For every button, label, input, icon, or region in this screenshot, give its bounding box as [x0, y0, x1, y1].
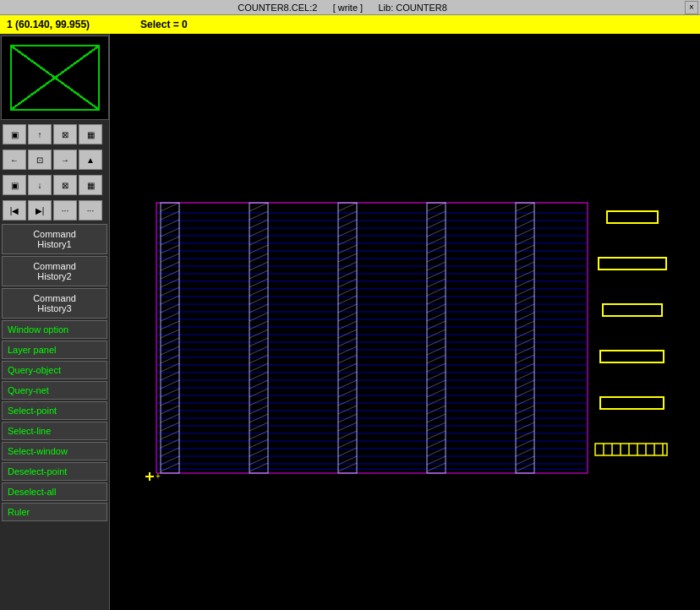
svg-line-87 [249, 346, 268, 355]
menu-select-window[interactable]: Select-window [2, 442, 107, 460]
svg-rect-207 [600, 351, 664, 362]
zoom-btn[interactable]: ▦ [79, 175, 102, 195]
svg-line-111 [338, 270, 357, 279]
svg-line-49 [161, 304, 179, 313]
svg-line-167 [427, 463, 446, 471]
svg-line-81 [249, 296, 268, 304]
cmd-history-1[interactable]: Command History1 [2, 224, 107, 254]
svg-line-66 [161, 448, 179, 456]
center-btn[interactable]: ⊡ [28, 150, 52, 170]
title-bar: COUNTER8.CEL:2 [ write ] Lib: COUNTER8 × [0, 0, 700, 15]
close-button[interactable]: × [685, 1, 698, 14]
svg-line-122 [338, 363, 357, 372]
svg-line-101 [249, 463, 268, 471]
svg-line-54 [161, 346, 179, 355]
menu-select-line[interactable]: Select-line [2, 422, 107, 440]
right-btn[interactable]: → [53, 150, 77, 170]
svg-line-133 [338, 456, 357, 465]
cross2-btn[interactable]: ⊠ [53, 175, 77, 195]
svg-line-162 [427, 422, 446, 431]
svg-line-193 [516, 406, 534, 414]
menu-window-option[interactable]: Window option [2, 320, 107, 339]
svg-line-156 [427, 372, 446, 380]
svg-line-65 [161, 439, 179, 448]
prev-btn[interactable]: |◀ [3, 200, 26, 221]
left-btn[interactable]: ← [3, 150, 26, 170]
svg-line-170 [516, 211, 534, 220]
svg-line-198 [516, 448, 534, 456]
svg-line-149 [427, 313, 446, 321]
svg-line-159 [427, 397, 446, 406]
next-btn[interactable]: ▶| [28, 200, 52, 221]
svg-line-41 [161, 237, 179, 245]
up-tri-btn[interactable]: ▲ [79, 150, 102, 170]
svg-line-127 [338, 406, 357, 414]
cross-btn[interactable]: ⊠ [53, 124, 77, 144]
svg-line-78 [249, 270, 268, 279]
menu-ruler[interactable]: Ruler [2, 503, 107, 521]
svg-line-154 [427, 355, 446, 363]
menu-deselect-all[interactable]: Deselect-all [2, 482, 107, 501]
svg-line-187 [516, 355, 534, 363]
svg-line-97 [249, 431, 268, 439]
svg-line-165 [427, 448, 446, 456]
menu-layer-panel[interactable]: Layer panel [2, 340, 107, 359]
svg-line-56 [161, 363, 179, 372]
cmd-history-3[interactable]: Command History3 [2, 288, 107, 319]
main-canvas[interactable]: + [110, 34, 700, 610]
svg-line-79 [249, 279, 268, 287]
svg-line-72 [249, 220, 268, 228]
svg-rect-205 [599, 258, 666, 270]
svg-line-182 [516, 313, 534, 321]
svg-line-83 [249, 313, 268, 321]
menu-query-net[interactable]: Query-net [2, 381, 107, 400]
up-btn[interactable]: ↑ [28, 124, 52, 144]
svg-line-40 [161, 228, 179, 237]
extra-btn[interactable]: ··· [79, 200, 102, 221]
svg-line-92 [249, 389, 268, 397]
menu-select-point[interactable]: Select-point [2, 401, 107, 420]
svg-line-46 [161, 279, 179, 287]
svg-line-63 [161, 422, 179, 431]
svg-line-177 [516, 270, 534, 279]
more-btn[interactable]: ··· [53, 200, 77, 221]
window-title: COUNTER8.CEL:2 [ write ] Lib: COUNTER8 [0, 3, 685, 13]
svg-line-129 [338, 422, 357, 431]
coordinates: 1 (60.140, 99.955) [7, 19, 90, 30]
toolbar-row-1: ▣ ↑ ⊠ ▦ [0, 122, 109, 147]
svg-line-197 [516, 439, 534, 448]
svg-line-146 [427, 287, 446, 296]
svg-line-134 [338, 463, 357, 471]
svg-line-180 [516, 296, 534, 304]
svg-line-200 [516, 463, 534, 471]
svg-line-184 [516, 330, 534, 338]
svg-line-136 [427, 203, 446, 211]
svg-line-64 [161, 431, 179, 439]
svg-rect-204 [607, 211, 658, 223]
svg-line-68 [161, 463, 179, 471]
svg-line-113 [338, 287, 357, 296]
svg-line-39 [161, 220, 179, 228]
svg-line-121 [338, 355, 357, 363]
svg-line-47 [161, 287, 179, 296]
menu-query-object[interactable]: Query-object [2, 361, 107, 379]
svg-line-105 [338, 220, 357, 228]
menu-deselect-point[interactable]: Deselect-point [2, 462, 107, 481]
svg-line-173 [516, 237, 534, 245]
svg-line-131 [338, 439, 357, 448]
cmd-history-2[interactable]: Command History2 [2, 256, 107, 286]
svg-line-158 [427, 389, 446, 397]
svg-line-144 [427, 270, 446, 279]
svg-line-172 [516, 228, 534, 237]
down-btn[interactable]: ↓ [28, 175, 52, 195]
select-btn[interactable]: ▣ [3, 124, 26, 144]
svg-line-82 [249, 304, 268, 313]
grid-btn[interactable]: ▦ [79, 124, 102, 144]
svg-line-106 [338, 228, 357, 237]
svg-line-100 [249, 456, 268, 465]
svg-line-138 [427, 220, 446, 228]
svg-line-183 [516, 321, 534, 330]
select2-btn[interactable]: ▣ [3, 175, 26, 195]
circuit-drawing: + [110, 34, 700, 610]
svg-line-109 [338, 253, 357, 262]
